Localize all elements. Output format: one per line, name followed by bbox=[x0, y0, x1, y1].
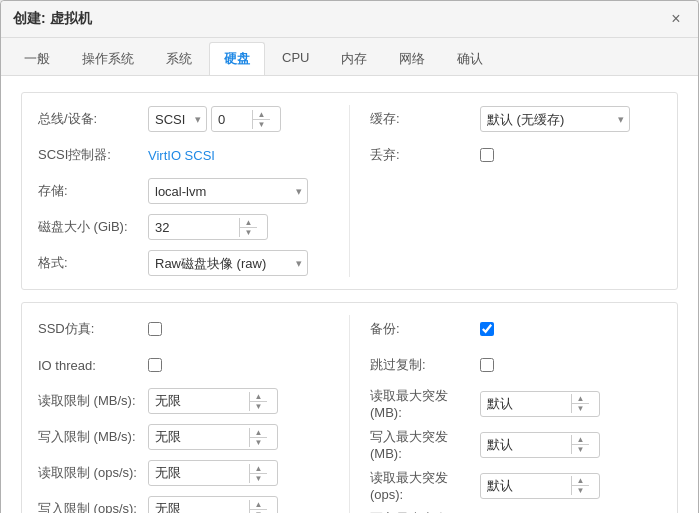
bus-label: 总线/设备: bbox=[38, 110, 148, 128]
io-thread-label: IO thread: bbox=[38, 358, 148, 373]
read-limit-ops-up[interactable]: ▲ bbox=[250, 464, 267, 474]
write-max-mb-up[interactable]: ▲ bbox=[572, 435, 589, 445]
write-limit-mbs-label: 写入限制 (MB/s): bbox=[38, 428, 148, 446]
tab-confirm[interactable]: 确认 bbox=[442, 42, 498, 75]
write-limit-ops-row: 写入限制 (ops/s): ▲ ▼ bbox=[38, 495, 329, 513]
read-max-ops-spinner[interactable]: ▲ ▼ bbox=[480, 473, 600, 499]
tab-bar: 一般 操作系统 系统 硬盘 CPU 内存 网络 确认 bbox=[1, 38, 698, 76]
ssd-checkbox[interactable] bbox=[148, 322, 162, 336]
disk-size-arrows: ▲ ▼ bbox=[239, 218, 257, 237]
tab-harddisk[interactable]: 硬盘 bbox=[209, 42, 265, 75]
write-limit-mbs-arrows: ▲ ▼ bbox=[249, 428, 267, 447]
read-max-mb-input[interactable] bbox=[481, 393, 571, 414]
tab-cpu[interactable]: CPU bbox=[267, 42, 324, 75]
title-bar: 创建: 虚拟机 × bbox=[1, 1, 698, 38]
skip-replication-label: 跳过复制: bbox=[370, 356, 480, 374]
disk-size-label: 磁盘大小 (GiB): bbox=[38, 218, 148, 236]
cache-select[interactable]: 默认 (无缓存) bbox=[480, 106, 630, 132]
read-max-ops-down[interactable]: ▼ bbox=[572, 486, 589, 495]
read-limit-mbs-up[interactable]: ▲ bbox=[250, 392, 267, 402]
read-limit-ops-arrows: ▲ ▼ bbox=[249, 464, 267, 483]
write-limit-mbs-down[interactable]: ▼ bbox=[250, 438, 267, 447]
storage-row: 存储: local-lvm bbox=[38, 177, 329, 205]
disk-size-down[interactable]: ▼ bbox=[240, 228, 257, 237]
read-max-mb-up[interactable]: ▲ bbox=[572, 394, 589, 404]
tab-general[interactable]: 一般 bbox=[9, 42, 65, 75]
read-limit-mbs-spinner[interactable]: ▲ ▼ bbox=[148, 388, 278, 414]
write-limit-ops-label: 写入限制 (ops/s): bbox=[38, 500, 148, 513]
read-limit-ops-input[interactable] bbox=[149, 463, 249, 484]
storage-select[interactable]: local-lvm bbox=[148, 178, 308, 204]
discard-checkbox[interactable] bbox=[480, 148, 494, 162]
scsi-value: VirtIO SCSI bbox=[148, 148, 215, 163]
write-max-mb-input[interactable] bbox=[481, 434, 571, 455]
disk-size-up[interactable]: ▲ bbox=[240, 218, 257, 228]
discard-label: 丢弃: bbox=[370, 146, 480, 164]
close-button[interactable]: × bbox=[666, 9, 686, 29]
disk-size-spinner[interactable]: ▲ ▼ bbox=[148, 214, 268, 240]
read-max-ops-label: 读取最大突发 (ops): bbox=[370, 469, 480, 502]
tab-network[interactable]: 网络 bbox=[384, 42, 440, 75]
read-max-mb-spinner[interactable]: ▲ ▼ bbox=[480, 391, 600, 417]
cache-select-wrapper[interactable]: 默认 (无缓存) bbox=[480, 106, 630, 132]
write-limit-mbs-up[interactable]: ▲ bbox=[250, 428, 267, 438]
scsi-row: SCSI控制器: VirtIO SCSI bbox=[38, 141, 329, 169]
read-limit-mbs-down[interactable]: ▼ bbox=[250, 402, 267, 411]
write-limit-mbs-spinner[interactable]: ▲ ▼ bbox=[148, 424, 278, 450]
format-label: 格式: bbox=[38, 254, 148, 272]
advanced-left-col: SSD仿真: IO thread: 读取限制 (MB/s bbox=[38, 315, 350, 513]
tab-system[interactable]: 系统 bbox=[151, 42, 207, 75]
read-max-ops-up[interactable]: ▲ bbox=[572, 476, 589, 486]
disk-size-input[interactable] bbox=[149, 217, 239, 238]
format-select[interactable]: Raw磁盘块像 (raw) bbox=[148, 250, 308, 276]
bus-select-wrapper[interactable]: SCSI bbox=[148, 106, 207, 132]
write-limit-mbs-row: 写入限制 (MB/s): ▲ ▼ bbox=[38, 423, 329, 451]
storage-two-col: 总线/设备: SCSI ▲ ▼ bbox=[38, 105, 661, 277]
bus-number-spinner[interactable]: ▲ ▼ bbox=[211, 106, 281, 132]
skip-replication-checkbox-wrap bbox=[480, 358, 494, 372]
dialog: 创建: 虚拟机 × 一般 操作系统 系统 硬盘 CPU 内存 网络 确认 总线/… bbox=[0, 0, 699, 513]
write-max-mb-arrows: ▲ ▼ bbox=[571, 435, 589, 454]
io-thread-checkbox-wrap bbox=[148, 358, 162, 372]
read-limit-mbs-row: 读取限制 (MB/s): ▲ ▼ bbox=[38, 387, 329, 415]
read-limit-mbs-input[interactable] bbox=[149, 391, 249, 412]
write-limit-ops-spinner[interactable]: ▲ ▼ bbox=[148, 496, 278, 513]
storage-label: 存储: bbox=[38, 182, 148, 200]
storage-left-col: 总线/设备: SCSI ▲ ▼ bbox=[38, 105, 350, 277]
storage-right-col: 缓存: 默认 (无缓存) 丢弃: bbox=[350, 105, 661, 277]
write-limit-ops-arrows: ▲ ▼ bbox=[249, 500, 267, 514]
tab-os[interactable]: 操作系统 bbox=[67, 42, 149, 75]
write-limit-ops-input[interactable] bbox=[149, 499, 249, 514]
backup-checkbox-wrap bbox=[480, 322, 494, 336]
bus-input-group: SCSI ▲ ▼ bbox=[148, 106, 329, 132]
disk-size-row: 磁盘大小 (GiB): ▲ ▼ bbox=[38, 213, 329, 241]
read-limit-ops-down[interactable]: ▼ bbox=[250, 474, 267, 483]
write-limit-mbs-input[interactable] bbox=[149, 427, 249, 448]
write-max-mb-down[interactable]: ▼ bbox=[572, 445, 589, 454]
write-limit-ops-up[interactable]: ▲ bbox=[250, 500, 267, 510]
format-select-wrapper[interactable]: Raw磁盘块像 (raw) bbox=[148, 250, 308, 276]
bus-number-input[interactable] bbox=[212, 109, 252, 130]
read-max-ops-input[interactable] bbox=[481, 475, 571, 496]
content-area: 总线/设备: SCSI ▲ ▼ bbox=[1, 76, 698, 513]
skip-replication-checkbox[interactable] bbox=[480, 358, 494, 372]
dialog-title: 创建: 虚拟机 bbox=[13, 10, 92, 28]
backup-checkbox[interactable] bbox=[480, 322, 494, 336]
bus-select[interactable]: SCSI bbox=[148, 106, 207, 132]
advanced-two-col: SSD仿真: IO thread: 读取限制 (MB/s bbox=[38, 315, 661, 513]
write-limit-ops-down[interactable]: ▼ bbox=[250, 510, 267, 514]
bus-number-up[interactable]: ▲ bbox=[253, 110, 270, 120]
bus-number-down[interactable]: ▼ bbox=[253, 120, 270, 129]
read-max-mb-label: 读取最大突发 (MB): bbox=[370, 387, 480, 420]
ssd-label: SSD仿真: bbox=[38, 320, 148, 338]
write-max-mb-spinner[interactable]: ▲ ▼ bbox=[480, 432, 600, 458]
read-limit-mbs-label: 读取限制 (MB/s): bbox=[38, 392, 148, 410]
read-max-mb-row: 读取最大突发 (MB): ▲ ▼ bbox=[370, 387, 661, 420]
storage-select-wrapper[interactable]: local-lvm bbox=[148, 178, 308, 204]
read-max-mb-down[interactable]: ▼ bbox=[572, 404, 589, 413]
tab-memory[interactable]: 内存 bbox=[326, 42, 382, 75]
bus-row: 总线/设备: SCSI ▲ ▼ bbox=[38, 105, 329, 133]
read-limit-ops-spinner[interactable]: ▲ ▼ bbox=[148, 460, 278, 486]
storage-section: 总线/设备: SCSI ▲ ▼ bbox=[21, 92, 678, 290]
io-thread-checkbox[interactable] bbox=[148, 358, 162, 372]
